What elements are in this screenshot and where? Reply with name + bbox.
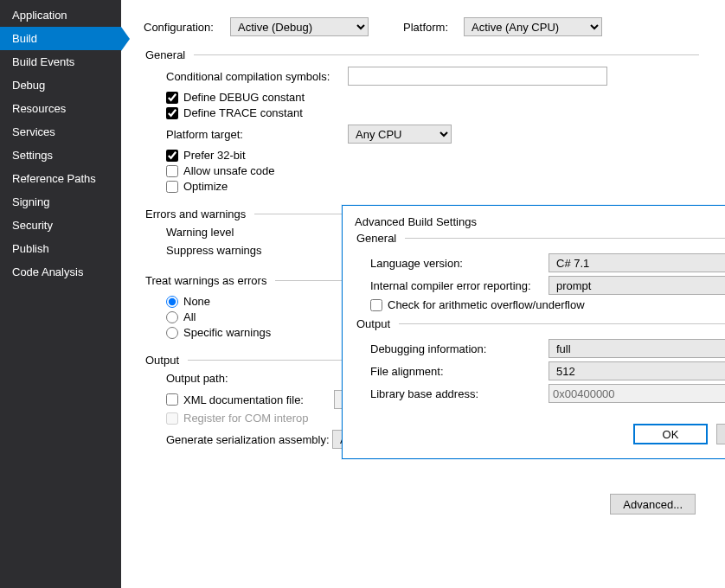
treat-none-label: None (183, 295, 210, 308)
register-com-label: Register for COM interop (183, 412, 309, 425)
internal-error-select[interactable]: prompt (549, 276, 725, 295)
conditional-symbols-label: Conditional compilation symbols: (166, 70, 348, 83)
file-alignment-select[interactable]: 512 (549, 361, 725, 380)
debug-info-select[interactable]: full (549, 339, 725, 358)
debug-info-label: Debugging information: (370, 342, 549, 355)
prefer-32bit-checkbox[interactable] (166, 150, 178, 162)
platform-select[interactable]: Active (Any CPU) (464, 17, 602, 36)
dialog-general-legend: General (355, 232, 405, 245)
general-legend: General (144, 48, 194, 61)
internal-error-label: Internal compiler error reporting: (370, 279, 549, 292)
sidebar-item-label: Publish (12, 242, 49, 255)
dialog-output-legend: Output (355, 317, 399, 330)
configuration-platform-row: Configuration: Active (Debug) Platform: … (144, 17, 699, 36)
register-com-checkbox (166, 412, 178, 425)
warning-level-label: Warning level (166, 226, 287, 239)
platform-target-label: Platform target: (166, 128, 348, 141)
allow-unsafe-checkbox[interactable] (166, 165, 178, 177)
sidebar-item-label: Services (12, 125, 55, 138)
advanced-button[interactable]: Advanced... (610, 494, 696, 514)
platform-target-select[interactable]: Any CPU (348, 125, 452, 144)
sidebar-item-label: Reference Paths (12, 172, 96, 185)
sidebar-item-resources[interactable]: Resources (0, 97, 121, 120)
library-base-input[interactable] (549, 384, 725, 403)
overflow-checkbox[interactable] (370, 299, 382, 311)
sidebar-item-label: Code Analysis (12, 265, 83, 278)
sidebar-item-code-analysis[interactable]: Code Analysis (0, 260, 121, 284)
sidebar-item-label: Build (12, 32, 37, 45)
project-properties-sidebar: Application Build Build Events Debug Res… (0, 0, 121, 588)
suppress-warnings-label: Suppress warnings (166, 244, 287, 257)
overflow-label: Check for arithmetic overflow/underflow (388, 298, 585, 311)
define-debug-label: Define DEBUG constant (183, 91, 305, 104)
treat-all-label: All (183, 310, 196, 323)
sidebar-item-signing[interactable]: Signing (0, 190, 121, 214)
sidebar-item-application[interactable]: Application (0, 3, 121, 27)
build-settings-panel: Configuration: Active (Debug) Platform: … (121, 0, 725, 588)
file-alignment-label: File alignment: (370, 365, 549, 378)
output-path-label: Output path: (166, 372, 313, 385)
platform-label: Platform: (403, 21, 464, 34)
language-version-label: Language version: (370, 257, 549, 270)
cancel-button[interactable]: Cancel (716, 424, 725, 444)
sidebar-item-reference-paths[interactable]: Reference Paths (0, 167, 121, 190)
sidebar-item-settings[interactable]: Settings (0, 144, 121, 167)
sidebar-item-build[interactable]: Build (0, 27, 121, 50)
treat-specific-label: Specific warnings (183, 326, 271, 339)
library-base-label: Library base address: (370, 387, 549, 400)
sidebar-item-services[interactable]: Services (0, 120, 121, 144)
treat-specific-radio[interactable] (166, 327, 178, 339)
treat-all-radio[interactable] (166, 311, 178, 323)
define-trace-label: Define TRACE constant (183, 106, 303, 119)
sidebar-item-label: Signing (12, 195, 49, 208)
sidebar-item-debug[interactable]: Debug (0, 74, 121, 97)
errors-warnings-legend: Errors and warnings (144, 208, 254, 220)
language-version-select[interactable]: C# 7.1 (549, 253, 725, 272)
sidebar-item-label: Security (12, 219, 53, 232)
sidebar-item-publish[interactable]: Publish (0, 237, 121, 260)
define-debug-checkbox[interactable] (166, 92, 178, 104)
sidebar-item-label: Build Events (12, 55, 74, 68)
allow-unsafe-label: Allow unsafe code (183, 164, 275, 177)
sidebar-item-label: Application (12, 9, 67, 22)
dialog-output-section: Output Debugging information: full File … (355, 317, 725, 406)
sidebar-item-security[interactable]: Security (0, 214, 121, 237)
sidebar-item-label: Resources (12, 102, 66, 115)
optimize-checkbox[interactable] (166, 181, 178, 193)
output-legend: Output (144, 354, 188, 367)
configuration-label: Configuration: (144, 21, 230, 34)
optimize-label: Optimize (183, 180, 228, 193)
ok-button[interactable]: OK (633, 424, 708, 444)
prefer-32bit-label: Prefer 32-bit (183, 149, 246, 162)
dialog-general-section: General Language version: C# 7.1 Interna… (355, 232, 725, 314)
general-section: General Conditional compilation symbols:… (144, 48, 699, 195)
conditional-symbols-input[interactable] (348, 67, 607, 86)
sidebar-item-label: Settings (12, 149, 53, 162)
dialog-title: Advanced Build Settings (355, 215, 725, 228)
treat-warnings-legend: Treat warnings as errors (144, 274, 275, 287)
gen-serialization-label: Generate serialization assembly: (166, 433, 332, 446)
xml-doc-label: XML documentation file: (183, 393, 329, 406)
sidebar-item-build-events[interactable]: Build Events (0, 50, 121, 74)
sidebar-item-label: Debug (12, 79, 45, 92)
configuration-select[interactable]: Active (Debug) (230, 17, 369, 36)
treat-none-radio[interactable] (166, 296, 178, 308)
advanced-build-settings-dialog: Advanced Build Settings ? ✕ General Lang… (342, 205, 725, 459)
xml-doc-checkbox[interactable] (166, 393, 178, 406)
define-trace-checkbox[interactable] (166, 107, 178, 119)
